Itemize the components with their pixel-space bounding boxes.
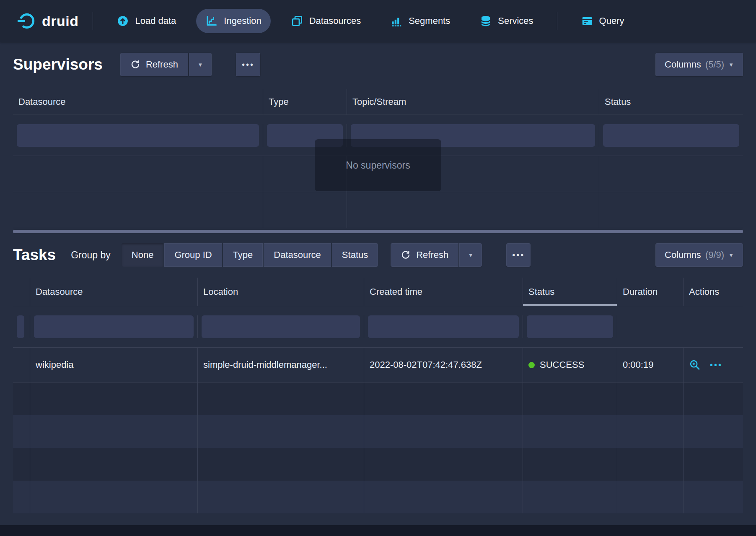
tasks-refresh-caret-button[interactable]: ▼ [459,243,482,267]
empty-cell [523,415,617,448]
nav-item-services[interactable]: Services [470,9,542,33]
group-by-none-button[interactable]: None [122,243,164,267]
nav-item-datasources[interactable]: Datasources [282,9,370,33]
filter-cell [30,315,198,338]
chevron-down-icon: ▼ [197,62,203,68]
supervisors-more-button[interactable]: ••• [236,53,260,76]
tasks-more-button[interactable]: ••• [506,243,531,267]
empty-cell [13,192,263,228]
supervisors-header-row: Datasource Type Topic/Stream Status [13,89,743,115]
datasource-filter-input[interactable] [34,315,194,338]
empty-cell [30,415,198,448]
group-by-datasource-button[interactable]: Datasource [264,243,331,267]
chevron-down-icon: ▼ [468,252,474,258]
bottom-scrollbar-track[interactable] [0,525,756,536]
tasks-columns-button[interactable]: Columns (9/9) ▼ [655,243,743,267]
supervisors-columns-button[interactable]: Columns (5/5) ▼ [655,53,743,76]
status-filter-input[interactable] [603,124,739,147]
nav-item-label: Segments [409,16,450,26]
empty-cell [523,382,617,415]
row-gutter-column [13,278,30,306]
nav-item-label: Load data [135,16,176,26]
success-status-dot [528,362,535,368]
column-header-actions[interactable]: Actions [684,278,743,306]
task-created-time-cell: 2022-08-02T07:42:47.638Z [364,348,523,382]
supervisors-toolbar: Supervisors Refresh ▼ ••• Columns [13,42,743,89]
location-filter-input[interactable] [202,315,360,338]
nav-item-load-data[interactable]: Load data [107,9,185,33]
created-time-filter-input[interactable] [368,315,519,338]
group-by-label: Group by [71,250,111,261]
supervisors-refresh-button[interactable]: Refresh [120,53,188,76]
services-icon [479,15,492,27]
druid-logo[interactable]: druid [18,12,78,30]
column-header-datasource[interactable]: Datasource [30,278,198,306]
column-header-status-sorted[interactable]: Status [523,278,617,306]
filter-cell [198,315,364,338]
empty-cell [13,448,30,481]
nav-divider [557,12,557,30]
column-header-location[interactable]: Location [198,278,364,306]
top-navbar: druid Load data Ingestion Datasources [0,0,756,42]
empty-cell [617,481,684,513]
task-location-cell: simple-druid-middlemanager... [198,348,364,382]
group-by-type-button[interactable]: Type [223,243,263,267]
group-by-segmented-control: None Group ID Type Datasource Status [122,243,378,267]
empty-cell [198,448,364,481]
task-id-filter-input-clipped[interactable] [17,315,24,338]
supervisors-table: Datasource Type Topic/Stream Status [13,89,743,228]
datasource-filter-input[interactable] [17,124,259,147]
filter-cell [13,124,263,147]
group-by-group-id-button[interactable]: Group ID [164,243,222,267]
task-datasource-cell: wikipedia [30,348,198,382]
empty-cell [13,415,30,448]
row-more-actions-icon[interactable]: ••• [710,360,722,370]
task-row-wikipedia[interactable]: wikipedia simple-druid-middlemanager... … [13,347,743,382]
empty-cell [364,481,523,513]
column-header-type[interactable]: Type [263,89,347,114]
horizontal-scrollbar[interactable] [13,230,743,233]
tasks-refresh-button[interactable]: Refresh [391,243,458,267]
column-header-status[interactable]: Status [599,89,743,114]
supervisors-section: Supervisors Refresh ▼ ••• Columns [0,42,756,228]
empty-cell [13,156,263,192]
columns-label: Columns [665,250,701,260]
segments-icon [390,15,403,27]
empty-cell [617,415,684,448]
task-status-cell: SUCCESS [523,348,617,382]
filter-cell [599,124,743,147]
filter-cell [523,315,617,338]
column-header-duration[interactable]: Duration [617,278,684,306]
magnifier-detail-icon[interactable] [689,359,701,371]
group-by-status-button[interactable]: Status [332,243,378,267]
refresh-icon [130,60,140,70]
tasks-table: Datasource Location Created time Status … [13,278,743,513]
empty-cell [13,382,30,415]
column-header-created-time[interactable]: Created time [364,278,523,306]
nav-item-label: Services [498,16,533,26]
supervisors-refresh-caret-button[interactable]: ▼ [189,53,212,76]
empty-cell [523,448,617,481]
load-data-icon [117,15,129,27]
column-header-topic-stream[interactable]: Topic/Stream [347,89,599,114]
filter-cell [364,315,523,338]
tasks-empty-row [13,415,743,448]
nav-item-ingestion[interactable]: Ingestion [196,9,270,33]
status-filter-input[interactable] [527,315,613,338]
empty-cell [684,448,743,481]
empty-cell [347,192,599,228]
nav-item-query[interactable]: Query [572,9,634,33]
refresh-icon [401,250,411,260]
supervisors-empty-row [13,192,743,228]
empty-cell [523,481,617,513]
column-header-datasource[interactable]: Datasource [13,89,263,114]
druid-console: druid Load data Ingestion Datasources [0,0,756,536]
supervisors-refresh-group: Refresh ▼ [120,53,212,76]
tasks-refresh-group: Refresh ▼ [391,243,482,267]
ingestion-icon [205,15,218,27]
nav-item-segments[interactable]: Segments [381,9,459,33]
task-actions-cell: ••• [684,348,743,382]
empty-cell [263,192,347,228]
tasks-empty-row [13,382,743,415]
chevron-down-icon: ▼ [728,252,734,258]
